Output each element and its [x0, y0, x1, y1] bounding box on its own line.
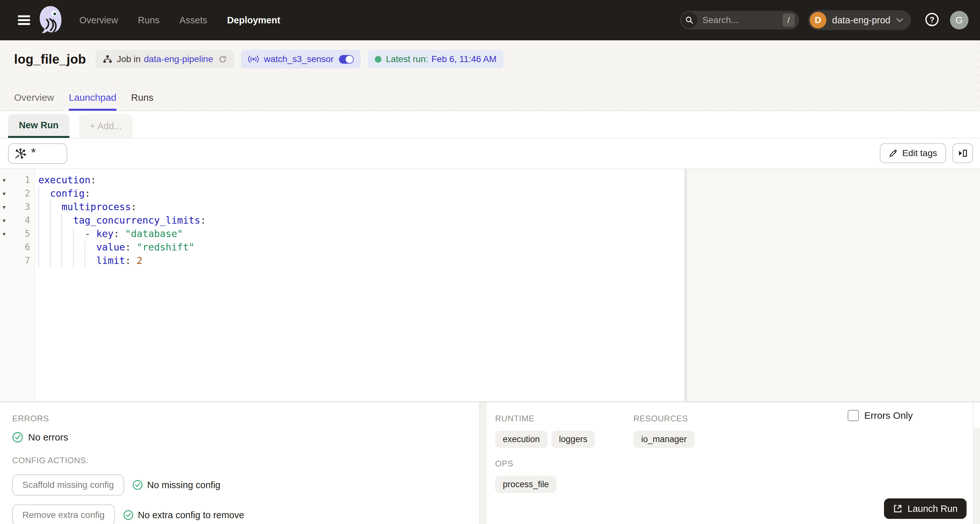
code-line[interactable]: limit: 2: [35, 254, 684, 267]
search-box[interactable]: /: [680, 11, 799, 29]
op-selector-input[interactable]: *: [8, 143, 67, 164]
errors-only-control[interactable]: Errors Only: [848, 410, 913, 421]
split-resize-handle[interactable]: [684, 169, 687, 402]
remove-action-row: Remove extra config No extra config to r…: [12, 505, 479, 524]
code-line[interactable]: config:: [35, 187, 684, 200]
expand-panel-icon: [958, 148, 968, 158]
code-row: ▾4 tag_concurrency_limits:: [0, 214, 684, 227]
fold-arrow-icon[interactable]: ▾: [3, 200, 6, 214]
launch-icon: [893, 504, 902, 513]
fold-arrow-icon[interactable]: ▾: [3, 173, 6, 187]
tab-runs[interactable]: Runs: [131, 92, 154, 111]
editor-right-pane: [687, 169, 980, 402]
fold-arrow-icon[interactable]: ▾: [3, 187, 6, 200]
nav-runs[interactable]: Runs: [138, 15, 160, 25]
job-header: log_file_job Job in data-eng-pipeline: [0, 40, 980, 111]
code-row: ▾2 config:: [0, 187, 684, 200]
job-in-label: Job in: [117, 54, 141, 64]
tab-overview[interactable]: Overview: [14, 92, 54, 111]
check-circle-icon: [12, 432, 23, 443]
resources-heading: RESOURCES: [633, 414, 695, 424]
launch-run-label: Launch Run: [908, 503, 958, 514]
sections-panel: RUNTIME execution loggers RESOURCES io_m…: [487, 402, 980, 524]
pencil-icon: [889, 149, 898, 158]
nav-assets[interactable]: Assets: [180, 15, 207, 25]
config-tab-add[interactable]: + Add...: [79, 114, 132, 138]
code-line[interactable]: execution:: [35, 173, 684, 187]
expand-panel-button[interactable]: [953, 143, 973, 163]
resources-section: RESOURCES io_manager: [633, 414, 695, 448]
search-input[interactable]: [703, 15, 783, 25]
sensor-toggle[interactable]: [339, 55, 354, 64]
line-number: 7: [25, 255, 30, 266]
scaffold-missing-config-button[interactable]: Scaffold missing config: [12, 475, 124, 495]
remove-extra-config-button[interactable]: Remove extra config: [12, 505, 115, 524]
edit-tags-button[interactable]: Edit tags: [880, 143, 946, 163]
config-actions-heading: CONFIG ACTIONS:: [12, 456, 479, 465]
deployment-name: data-eng-prod: [832, 15, 890, 25]
help-icon[interactable]: ?: [924, 12, 940, 28]
latest-run-pill: Latest run: Feb 6, 11:46 AM: [368, 50, 504, 68]
config-editor[interactable]: ▾1 execution: ▾2 config: ▾3 multiprocess…: [0, 169, 684, 402]
line-number: 4: [25, 215, 30, 225]
latest-run-link[interactable]: Feb 6, 11:46 AM: [431, 54, 496, 64]
errors-only-checkbox[interactable]: [848, 410, 859, 421]
errors-only-label: Errors Only: [864, 410, 913, 421]
bottom-split-resize-handle[interactable]: [479, 402, 487, 524]
code-row: ▾3 multiprocess:: [0, 200, 684, 214]
page-title: log_file_job: [14, 52, 86, 67]
dagster-launchpad-page: Overview Runs Assets Deployment / D data…: [0, 0, 980, 524]
deployment-initial-badge: D: [810, 12, 826, 29]
nav-deployment[interactable]: Deployment: [227, 15, 280, 25]
line-number: 3: [25, 202, 30, 212]
op-selector-value: *: [31, 146, 36, 160]
sensor-icon: [248, 54, 259, 64]
code-row: 7 limit: 2: [0, 254, 684, 267]
runtime-tag-loggers[interactable]: loggers: [552, 430, 595, 448]
nav-links: Overview Runs Assets Deployment: [80, 15, 280, 25]
no-missing-config-status: No missing config: [132, 480, 221, 491]
title-row: log_file_job Job in data-eng-pipeline: [0, 40, 980, 68]
line-number: 2: [25, 188, 30, 198]
repo-link[interactable]: data-eng-pipeline: [144, 54, 213, 64]
fold-arrow-icon[interactable]: ▾: [3, 214, 6, 227]
fold-arrow-icon[interactable]: ▾: [3, 227, 6, 241]
tab-launchpad[interactable]: Launchpad: [69, 92, 116, 111]
latest-run-label: Latest run:: [386, 54, 428, 64]
header-pills: Job in data-eng-pipeline: [96, 50, 504, 68]
errors-heading: ERRORS: [12, 414, 479, 424]
ops-section: OPS process_file: [495, 459, 980, 493]
dagster-logo-icon[interactable]: [37, 5, 65, 35]
vertical-scrollbar[interactable]: [973, 402, 980, 524]
job-graph-icon: [103, 54, 112, 64]
run-status-dot: [375, 56, 382, 63]
no-extra-config-label: No extra config to remove: [138, 510, 244, 521]
code-line[interactable]: value: "redshift": [35, 241, 684, 254]
line-number: 5: [25, 229, 30, 239]
launch-run-button[interactable]: Launch Run: [884, 499, 967, 519]
nav-overview[interactable]: Overview: [80, 15, 118, 25]
resources-tag-io-manager[interactable]: io_manager: [633, 430, 695, 448]
chevron-down-icon: [896, 18, 903, 22]
nav-right: / D data-eng-prod ? G: [680, 10, 969, 30]
check-circle-icon: [123, 510, 134, 520]
code-line[interactable]: tag_concurrency_limits:: [35, 214, 684, 227]
launchpad-config-tabs: New Run + Add...: [0, 111, 980, 138]
runtime-tag-execution[interactable]: execution: [495, 430, 547, 448]
user-avatar[interactable]: G: [950, 11, 969, 29]
reload-icon[interactable]: [218, 55, 227, 64]
deployment-switcher[interactable]: D data-eng-prod: [808, 10, 911, 30]
scrollbar-thumb[interactable]: [974, 402, 980, 428]
no-errors-status: No errors: [12, 432, 479, 443]
code-line[interactable]: multiprocess:: [35, 200, 684, 214]
svg-text:?: ?: [930, 15, 935, 24]
check-circle-icon: [132, 480, 143, 490]
ops-tag-process-file[interactable]: process_file: [495, 476, 557, 493]
edit-tags-label: Edit tags: [902, 148, 937, 158]
config-tab-new-run[interactable]: New Run: [8, 114, 70, 138]
sensor-link[interactable]: watch_s3_sensor: [264, 54, 334, 64]
code-row: ▾5 - key: "database": [0, 227, 684, 241]
code-row: ▾1 execution:: [0, 173, 684, 187]
code-line[interactable]: - key: "database": [35, 227, 684, 241]
hamburger-menu-icon[interactable]: [18, 15, 30, 25]
